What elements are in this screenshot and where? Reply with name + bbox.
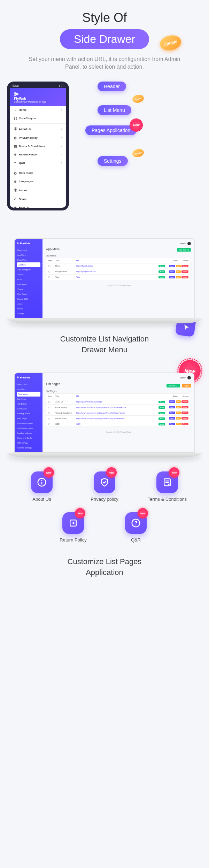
- drawer-item[interactable]: { } CodeCanyon: [10, 114, 66, 123]
- chevron-right-icon: ›: [61, 162, 62, 164]
- row-title: Terms & Conditions: [55, 412, 76, 414]
- sidebar-item[interactable]: OneSignal: [17, 282, 40, 287]
- sidebar-item[interactable]: Tabs Navigation: [17, 267, 40, 272]
- open-button[interactable]: Open: [169, 400, 175, 403]
- drawer-item-label: Privacy policy: [19, 136, 38, 139]
- row-title: Google Store: [55, 270, 76, 272]
- sidebar-item[interactable]: Page Menu: [17, 258, 40, 262]
- sidebar-item[interactable]: Ads Configuration: [17, 426, 40, 431]
- row-icon: ▢: [48, 270, 55, 272]
- sidebar-item[interactable]: Users: [17, 450, 40, 453]
- delete-button[interactable]: Delete: [181, 400, 188, 403]
- sidebar-item[interactable]: Dashboard: [17, 248, 40, 253]
- status-badge: Active: [158, 270, 165, 273]
- status-badge: Active: [158, 265, 165, 267]
- sidebar-item[interactable]: Deep Link Config: [17, 436, 40, 440]
- pages-button[interactable]: Pages: [182, 384, 191, 387]
- sidebar-item[interactable]: Settings: [17, 311, 40, 316]
- sidebar-item[interactable]: Loading Indicator: [17, 431, 40, 436]
- laptop-1-brand: ✈ FlyWeb: [17, 242, 40, 245]
- delete-button[interactable]: Delete: [181, 406, 188, 408]
- sidebar-item[interactable]: App Menu: [17, 253, 40, 258]
- table-row: ▢ Privacy policy https://www.app-privacy…: [46, 405, 191, 410]
- laptop-1-main: admin App Menu Add Item (+) List Menu Ic…: [42, 239, 194, 318]
- open-button[interactable]: Open: [169, 412, 175, 414]
- delete-button[interactable]: Delete: [181, 265, 188, 267]
- sidebar-item[interactable]: Exit Popup: [17, 406, 40, 411]
- drawer-separator: [10, 168, 66, 168]
- sidebar-item[interactable]: Floating Button: [17, 411, 40, 416]
- drawer-item[interactable]: ★ Rate Us: [10, 203, 66, 210]
- icon-item: New Privacy policy: [84, 471, 125, 502]
- edit-button[interactable]: Edit: [176, 412, 181, 414]
- delete-button[interactable]: Delete: [181, 412, 188, 414]
- drawer-item[interactable]: ? Q&R ›: [10, 159, 66, 167]
- add-item-button[interactable]: Add Item (+): [177, 248, 191, 252]
- open-button[interactable]: Open: [169, 417, 175, 420]
- edit-button[interactable]: Edit: [176, 423, 181, 425]
- drawer-item[interactable]: ⓘ About: [10, 186, 66, 195]
- sidebar-item[interactable]: User Agent: [17, 292, 40, 297]
- drawer-item[interactable]: ◐ Dark mode: [10, 169, 66, 177]
- sidebar-item[interactable]: List Menu: [17, 262, 40, 267]
- drawer-item[interactable]: < Share: [10, 195, 66, 203]
- sidebar-item[interactable]: Device CSS: [17, 297, 40, 301]
- sidebar-item[interactable]: Offline Page: [17, 440, 40, 445]
- sidebar-item[interactable]: Page Menu: [17, 392, 40, 397]
- open-button[interactable]: Open: [169, 276, 175, 278]
- svg-point-1: [41, 480, 42, 481]
- edit-button[interactable]: Edit: [176, 406, 181, 408]
- icon-label: Q&R: [115, 537, 157, 543]
- open-button[interactable]: Open: [169, 406, 175, 408]
- row-icon: ▢: [48, 406, 55, 408]
- sidebar-item[interactable]: List Menu: [17, 397, 40, 401]
- row-url: https://googlestore.com: [76, 270, 155, 272]
- edit-button[interactable]: Edit: [176, 265, 181, 267]
- laptop-1-brand-text: FlyWeb: [20, 242, 30, 245]
- sidebar-item[interactable]: FCM: [17, 277, 40, 282]
- drawer-item[interactable]: ↺ Return Policy ›: [10, 151, 66, 159]
- drawer-item[interactable]: ▤ Terms & Conditions ›: [10, 142, 66, 151]
- add-item-button[interactable]: Add Item (+): [167, 384, 180, 387]
- open-button[interactable]: Open: [169, 265, 175, 267]
- sidebar-item[interactable]: General Settings: [17, 445, 40, 450]
- phone-section: 23:28 ▾ ▪ ▪ FlyWeb Convert your Website …: [7, 82, 202, 217]
- edit-button[interactable]: Edit: [176, 270, 181, 273]
- icon-label: Terms & Conditions: [146, 497, 188, 502]
- delete-button[interactable]: Delete: [181, 417, 188, 420]
- phone-mock: 23:28 ▾ ▪ ▪ FlyWeb Convert your Website …: [7, 82, 69, 210]
- sidebar-item[interactable]: Dashboard: [17, 382, 40, 387]
- edit-button[interactable]: Edit: [176, 400, 181, 403]
- row-icon: ▢: [48, 417, 55, 420]
- sidebar-item[interactable]: Intro Pages: [17, 416, 40, 421]
- laptop-2-subhead: List Pages: [46, 390, 191, 392]
- drawer-item[interactable]: ⓘ About Us ›: [10, 124, 66, 134]
- row-url: https://www.app-privacy-policy.com/live.…: [76, 406, 155, 408]
- paper-plane-icon: [14, 91, 20, 97]
- edit-button[interactable]: Edit: [176, 276, 181, 278]
- sidebar-item[interactable]: Theme: [17, 287, 40, 292]
- sidebar-item[interactable]: Profile: [17, 306, 40, 311]
- sidebar-item[interactable]: About: [17, 301, 40, 306]
- callout-settings-label: Settings: [98, 156, 128, 166]
- delete-button[interactable]: Delete: [181, 270, 188, 273]
- open-button[interactable]: Open: [169, 423, 175, 425]
- laptop-2-sidebar: ✈ FlyWeb DashboardApp MenuPage MenuList …: [15, 373, 42, 452]
- drawer-item[interactable]: ⊕ Languages: [10, 177, 66, 186]
- drawer-item-label: About Us: [19, 128, 31, 131]
- delete-button[interactable]: Delete: [181, 276, 188, 278]
- edit-button[interactable]: Edit: [176, 417, 181, 420]
- sidebar-item[interactable]: App Menu: [17, 387, 40, 392]
- open-button[interactable]: Open: [169, 270, 175, 273]
- laptop-1-screen: ✈ FlyWeb DashboardApp MenuPage MenuList …: [14, 238, 195, 318]
- svg-point-9: [136, 525, 137, 526]
- drawer-item[interactable]: ⛨ Privacy policy ›: [10, 134, 66, 142]
- sidebar-item[interactable]: Push Notifications: [17, 421, 40, 426]
- laptop-2-panel-head: List pages Add Item (+) Pages: [46, 382, 191, 388]
- sidebar-item[interactable]: Tab Bottom: [17, 401, 40, 406]
- sidebar-item[interactable]: Admob: [17, 272, 40, 277]
- delete-button[interactable]: Delete: [181, 423, 188, 425]
- drawer-item[interactable]: ⌂ Home ›: [10, 106, 66, 114]
- laptop-1-subhead: List Menu: [46, 254, 191, 257]
- icon-item: New Terms & Conditions: [146, 471, 188, 502]
